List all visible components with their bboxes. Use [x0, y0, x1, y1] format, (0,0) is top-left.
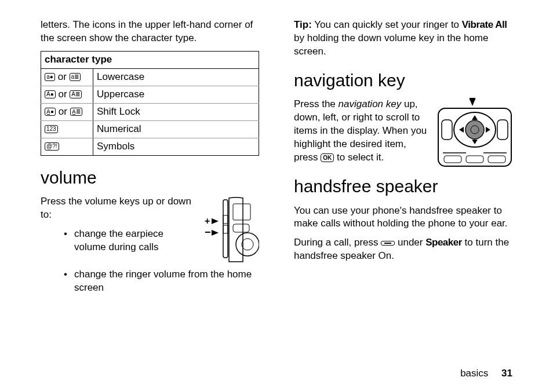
- svg-text:−: −: [205, 226, 211, 238]
- svg-rect-25: [488, 156, 505, 163]
- shiftlock-icon-1: A̲●: [45, 108, 56, 116]
- hf-text-2a: During a call, press: [294, 237, 381, 248]
- uppercase-icon-1: A●: [45, 90, 56, 98]
- page-number: 31: [501, 368, 512, 379]
- nav-key-italic: navigation key: [339, 98, 402, 109]
- bullet-ringer: change the ringer volume from the home s…: [64, 268, 259, 295]
- svg-point-15: [465, 120, 484, 139]
- svg-point-8: [242, 239, 253, 250]
- row-label: Uppercase: [93, 86, 259, 103]
- handsfree-text-2: During a call, press under Speaker to tu…: [294, 236, 512, 263]
- svg-rect-24: [466, 156, 483, 163]
- shiftlock-icon-2: A̲≣: [70, 108, 82, 116]
- navigation-key-heading: navigation key: [294, 69, 512, 93]
- svg-point-7: [236, 233, 259, 256]
- or-text: or: [58, 89, 67, 100]
- row-label: Numerical: [93, 120, 259, 138]
- uppercase-icon-2: A≣: [70, 90, 82, 98]
- navigation-key-illustration: [437, 98, 512, 167]
- svg-rect-6: [223, 225, 228, 233]
- ok-key-icon: OK: [321, 153, 334, 162]
- svg-marker-19: [459, 127, 464, 133]
- numerical-icon: 123: [45, 125, 58, 133]
- tip-paragraph: Tip: You can quickly set your ringer to …: [294, 19, 512, 58]
- character-type-table: character type a● or a≣ Lowercase A● or …: [41, 51, 259, 156]
- right-column: Tip: You can quickly set your ringer to …: [294, 19, 512, 360]
- tip-text-2: by holding the down volume key in the ho…: [294, 32, 488, 57]
- svg-rect-9: [233, 224, 249, 232]
- svg-rect-10: [233, 204, 250, 220]
- svg-rect-21: [442, 120, 452, 140]
- table-header: character type: [41, 51, 259, 68]
- vibrate-all-label: Vibrate All: [462, 19, 507, 30]
- row-label: Lowercase: [93, 68, 259, 86]
- svg-rect-5: [223, 215, 228, 224]
- svg-marker-3: [212, 230, 219, 236]
- svg-rect-12: [470, 98, 475, 100]
- svg-rect-23: [444, 156, 461, 163]
- tip-label: Tip:: [294, 19, 312, 30]
- nav-text-3: to select it.: [334, 152, 384, 163]
- symbols-icon: @?!: [45, 142, 59, 151]
- bullet-earpiece: change the earpiece volume during calls: [64, 228, 194, 254]
- svg-marker-17: [472, 115, 478, 120]
- footer-section: basics: [460, 368, 488, 379]
- speaker-label: Speaker: [425, 237, 462, 248]
- intro-text: letters. The icons in the upper left-han…: [41, 19, 259, 45]
- nav-text-1: Press the: [294, 98, 339, 109]
- volume-intro: Press the volume keys up or down to:: [41, 195, 194, 222]
- svg-marker-1: [212, 218, 219, 224]
- svg-rect-4: [223, 200, 228, 258]
- row-label: Shift Lock: [93, 103, 259, 120]
- svg-text:+: +: [205, 216, 210, 226]
- svg-marker-20: [486, 127, 490, 133]
- tip-text-1: You can quickly set your ringer to: [312, 19, 462, 30]
- svg-rect-22: [497, 120, 508, 140]
- volume-keys-illustration: + −: [201, 195, 259, 265]
- hf-text-2b: under: [398, 237, 425, 248]
- volume-heading: volume: [41, 166, 259, 190]
- lowercase-icon-2: a≣: [70, 73, 81, 81]
- left-column: letters. The icons in the upper left-han…: [41, 19, 259, 360]
- lowercase-icon-1: a●: [45, 73, 55, 81]
- row-label: Symbols: [93, 138, 259, 155]
- or-text: or: [58, 71, 67, 82]
- handsfree-heading: handsfree speaker: [294, 175, 512, 199]
- menu-key-icon: [381, 241, 395, 246]
- or-text: or: [59, 106, 67, 117]
- svg-marker-18: [472, 140, 478, 144]
- page-footer: basics 31: [41, 367, 512, 380]
- handsfree-text: You can use your phone's handsfree speak…: [294, 204, 512, 231]
